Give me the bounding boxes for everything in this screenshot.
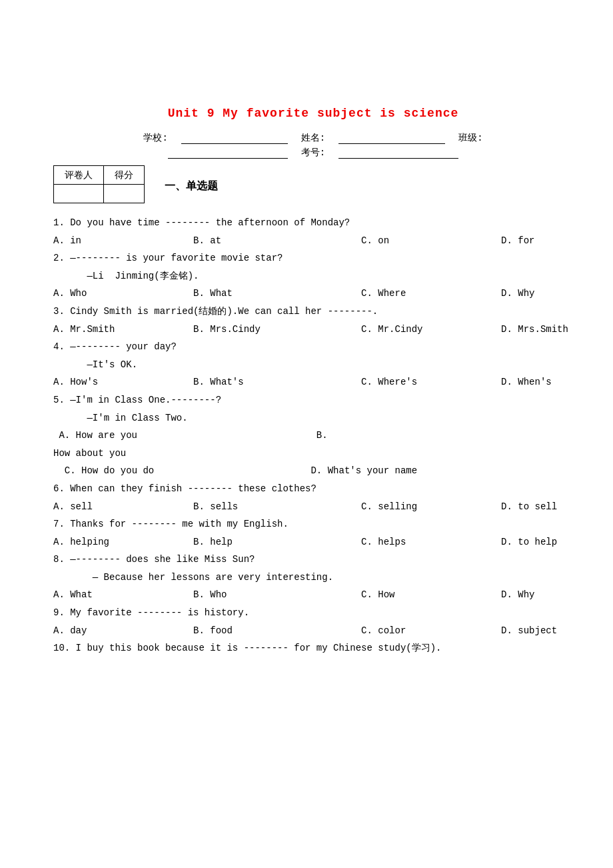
- header-row-1: 学校: 姓名: 班级:: [143, 132, 482, 144]
- name-label: 姓名:: [301, 132, 325, 144]
- grader-table: 评卷人 得分: [53, 165, 145, 203]
- grader-col1: 评卷人: [54, 166, 104, 185]
- grader-empty-row: [54, 185, 145, 203]
- grader-col2: 得分: [104, 166, 145, 185]
- school-input-line2: [168, 147, 288, 159]
- name-input-line: [338, 132, 445, 144]
- school-label: 学校:: [143, 132, 167, 144]
- grader-empty-col2: [104, 185, 145, 203]
- grader-header-row: 评卷人 得分: [54, 166, 145, 185]
- header-row-2: 考号:: [168, 147, 458, 159]
- id-label: 考号:: [301, 147, 325, 159]
- questions-content: 1. Do you have time -------- the afterno…: [53, 214, 573, 657]
- id-input-line: [338, 147, 458, 159]
- class-label: 班级:: [458, 132, 482, 144]
- section-header-row: 评卷人 得分 一、单选题: [53, 165, 573, 207]
- header-info: 学校: 姓名: 班级: 考号:: [53, 132, 573, 161]
- school-input-line: [181, 132, 288, 144]
- section1-title: 一、单选题: [165, 179, 218, 193]
- grader-empty-col1: [54, 185, 104, 203]
- page-title: Unit 9 My favorite subject is science: [53, 107, 573, 120]
